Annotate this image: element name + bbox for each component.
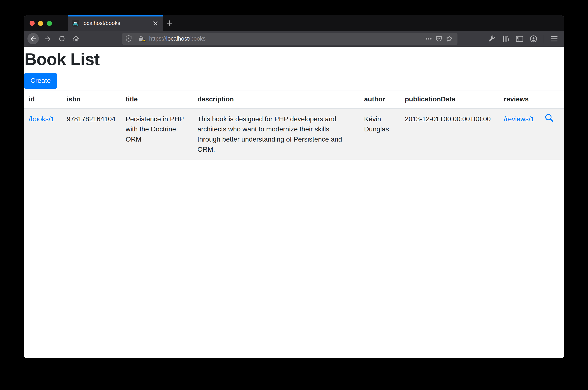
cell-isbn: 9781782164104 bbox=[61, 109, 120, 160]
page-title: Book List bbox=[24, 50, 564, 69]
cell-id: /books/1 bbox=[24, 109, 61, 160]
header-show bbox=[540, 90, 564, 109]
bookmark-star-icon[interactable] bbox=[444, 34, 454, 44]
url-path: /books bbox=[189, 36, 206, 42]
minimize-window-button[interactable] bbox=[38, 20, 43, 26]
tracking-protection-shield-icon[interactable] bbox=[126, 35, 132, 42]
cell-publicationDate: 2013-12-01T00:00:00+00:00 bbox=[400, 109, 499, 160]
create-button[interactable]: Create bbox=[24, 73, 57, 89]
urlbar-divider bbox=[135, 35, 135, 43]
api-platform-spider-favicon bbox=[72, 20, 79, 26]
cell-title: Persistence in PHP with the Doctrine ORM bbox=[121, 109, 192, 160]
url-bar[interactable]: https://localhost/books bbox=[122, 33, 457, 45]
tab-bar: localhost/books bbox=[24, 15, 564, 31]
reviews-link[interactable]: /reviews/1 bbox=[504, 115, 534, 123]
traffic-lights bbox=[24, 15, 68, 31]
cell-reviews: /reviews/1 bbox=[499, 109, 540, 160]
close-window-button[interactable] bbox=[29, 20, 34, 26]
devtools-wrench-icon[interactable] bbox=[485, 33, 498, 45]
header-id: id bbox=[24, 90, 61, 109]
zoom-window-button[interactable] bbox=[47, 20, 52, 26]
library-icon[interactable] bbox=[499, 33, 512, 45]
pocket-icon[interactable] bbox=[434, 34, 444, 44]
header-publicationDate: publicationDate bbox=[400, 90, 499, 109]
header-reviews: reviews bbox=[499, 90, 540, 109]
table-row: /books/1 9781782164104 Persistence in PH… bbox=[24, 109, 564, 160]
page-actions-icon[interactable] bbox=[424, 34, 434, 44]
menu-hamburger-icon[interactable] bbox=[548, 33, 561, 45]
header-isbn: isbn bbox=[61, 90, 120, 109]
books-table: id isbn title description author publica… bbox=[24, 90, 564, 160]
header-author: author bbox=[359, 90, 400, 109]
show-magnifier-icon[interactable] bbox=[544, 113, 554, 123]
page-content: Book List Create id isbn title descripti… bbox=[24, 47, 564, 358]
header-title: title bbox=[121, 90, 192, 109]
reload-button[interactable] bbox=[56, 33, 68, 45]
tab-close-icon[interactable] bbox=[151, 19, 160, 27]
book-id-link[interactable]: /books/1 bbox=[29, 115, 54, 123]
home-button[interactable] bbox=[70, 33, 82, 45]
browser-window: localhost/books bbox=[24, 15, 564, 358]
tab-localhost-books[interactable]: localhost/books bbox=[68, 15, 163, 31]
url-scheme: https:// bbox=[149, 36, 166, 42]
sidebar-toggle-icon[interactable] bbox=[513, 33, 526, 45]
table-header-row: id isbn title description author publica… bbox=[24, 90, 564, 109]
screen: localhost/books bbox=[0, 0, 588, 390]
cell-description: This book is designed for PHP developers… bbox=[192, 109, 359, 160]
account-icon[interactable] bbox=[527, 33, 540, 45]
header-description: description bbox=[192, 90, 359, 109]
forward-button[interactable] bbox=[42, 33, 54, 45]
toolbar-divider bbox=[544, 34, 544, 43]
insecure-lock-warning-icon[interactable] bbox=[138, 35, 146, 42]
back-button[interactable] bbox=[27, 33, 39, 44]
cell-author: Kévin Dunglas bbox=[359, 109, 400, 160]
new-tab-button[interactable] bbox=[163, 15, 176, 31]
url-host: localhost bbox=[166, 36, 189, 42]
cell-show bbox=[540, 109, 564, 160]
url-text[interactable]: https://localhost/books bbox=[149, 36, 424, 42]
tab-title: localhost/books bbox=[82, 20, 151, 26]
navigation-toolbar: https://localhost/books bbox=[24, 31, 564, 47]
